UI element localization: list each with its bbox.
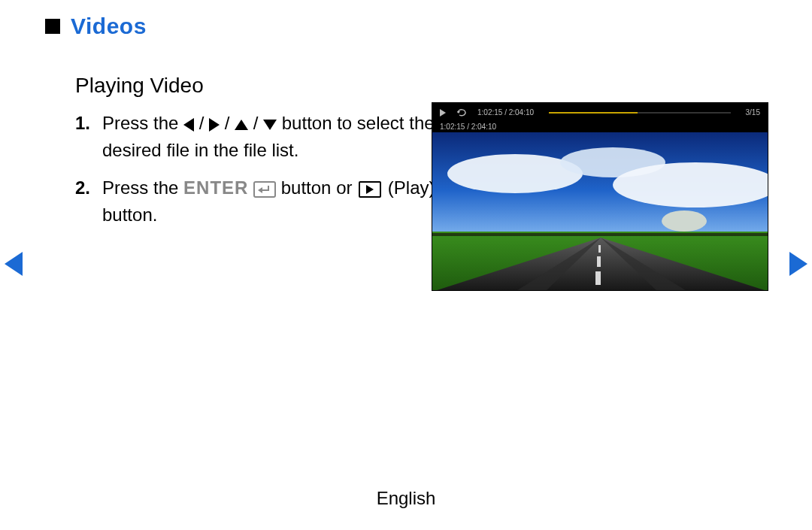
square-bullet-icon — [45, 19, 60, 34]
prev-page-button[interactable] — [5, 252, 23, 279]
svg-rect-19 — [597, 256, 601, 267]
step-1: 1. Press the / / / — [75, 110, 444, 164]
enter-icon — [253, 181, 276, 198]
step-2: 2. Press the ENTER button or — [75, 174, 444, 229]
play-icon — [440, 109, 446, 117]
triangle-up-icon — [235, 120, 248, 130]
svg-marker-21 — [432, 233, 768, 236]
section-title: Videos — [71, 14, 147, 39]
text-fragment: / — [253, 113, 263, 133]
video-sub-bar: 1:02:15 / 2:04:10 — [432, 122, 768, 132]
enter-label: ENTER — [183, 177, 248, 198]
triangle-left-icon — [183, 118, 194, 132]
progress-fill — [549, 112, 638, 114]
playback-time-top: 1:02:15 / 2:04:10 — [477, 108, 534, 117]
text-fragment: Press the — [102, 177, 183, 198]
progress-bar — [549, 112, 730, 114]
svg-marker-22 — [5, 252, 23, 276]
playlist-count: 3/15 — [746, 108, 760, 117]
triangle-down-icon — [263, 120, 277, 130]
steps-list: 1. Press the / / / — [75, 110, 444, 229]
svg-marker-23 — [789, 252, 807, 276]
text-fragment: button or — [281, 177, 357, 198]
subheading: Playing Video — [75, 74, 767, 98]
page: Videos Playing Video 1. Press the / / — [0, 0, 812, 530]
svg-point-13 — [662, 210, 707, 232]
svg-marker-2 — [235, 120, 248, 130]
video-scene-image — [432, 132, 768, 291]
svg-marker-5 — [258, 187, 262, 193]
playback-time-sub: 1:02:15 / 2:04:10 — [440, 123, 496, 131]
next-page-button[interactable] — [789, 252, 807, 279]
step-number: 1. — [75, 110, 95, 164]
video-player-thumbnail: 1:02:15 / 2:04:10 3/15 1:02:15 / 2:04:10 — [432, 102, 768, 291]
step-number: 2. — [75, 174, 95, 229]
step-body: Press the ENTER button or (Play) butto — [102, 174, 444, 229]
svg-rect-20 — [595, 271, 601, 285]
svg-marker-0 — [183, 118, 194, 132]
step-body: Press the / / / — [102, 110, 444, 164]
section-title-row: Videos — [45, 14, 767, 39]
svg-marker-6 — [366, 185, 374, 194]
svg-marker-1 — [209, 118, 220, 132]
play-boxed-icon — [359, 181, 381, 198]
svg-marker-7 — [440, 109, 446, 117]
text-fragment: / — [199, 113, 209, 133]
svg-marker-3 — [263, 120, 277, 130]
language-label: English — [377, 488, 436, 509]
video-top-bar: 1:02:15 / 2:04:10 3/15 — [432, 103, 768, 122]
text-fragment: Press the — [102, 113, 183, 133]
svg-rect-18 — [598, 245, 601, 253]
text-fragment: / — [225, 113, 235, 133]
triangle-right-icon — [209, 118, 220, 132]
repeat-icon — [456, 108, 467, 117]
